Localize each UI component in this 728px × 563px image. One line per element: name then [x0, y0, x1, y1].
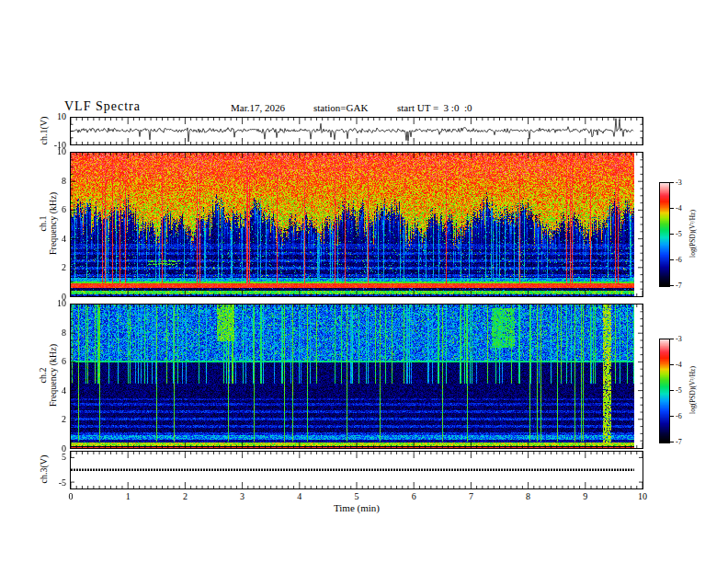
colorbar-tick-label: -6 — [676, 256, 682, 264]
ch2-colorbar — [659, 339, 670, 443]
colorbar-tick — [670, 339, 674, 339]
xtick-label: 6 — [403, 491, 425, 502]
ytick-label: 8 — [35, 176, 66, 187]
colorbar-tick-label: -3 — [676, 178, 682, 187]
vlf-spectra-figure: VLF Spectra Mar.17, 2026 station=GAK sta… — [0, 0, 728, 563]
colorbar-tick-label: -4 — [676, 361, 682, 369]
ytick-label: 10 — [35, 146, 66, 157]
ytick-label: 2 — [35, 414, 66, 425]
ch2-frequency-label: Frequency (kHz) — [48, 344, 58, 407]
colorbar-tick — [670, 442, 674, 442]
xtick-label: 8 — [518, 491, 540, 502]
ch1-frequency-label: Frequency (kHz) — [48, 192, 58, 255]
colorbar-tick — [670, 285, 674, 286]
colorbar-tick-label: -5 — [676, 230, 682, 238]
ch2-label: ch.2 — [38, 344, 48, 407]
ch2-colorbar-label: log(PSD)(V²/Hz) — [688, 366, 697, 414]
station-label: station=GAK — [313, 102, 368, 113]
ch1-colorbar — [659, 182, 670, 287]
colorbar-tick — [670, 208, 674, 209]
ch2-spectrogram-panel — [70, 304, 643, 449]
ytick-label: 2 — [35, 262, 66, 273]
start-ut-label: start UT = 3 :0 :0 — [397, 102, 472, 113]
ch1-colorbar-label: log(PSD)(V²/Hz) — [688, 210, 697, 258]
colorbar-tick-label: -5 — [676, 386, 682, 395]
ch3-waveform-panel — [70, 451, 643, 489]
xtick-label: 1 — [117, 491, 139, 502]
colorbar-tick — [670, 364, 674, 365]
ch3-waveform-ticks — [71, 452, 643, 488]
ytick-label: 6 — [35, 356, 66, 367]
colorbar-tick-label: -3 — [676, 335, 682, 343]
xtick-label: 3 — [232, 491, 254, 502]
xtick-label: 4 — [289, 491, 311, 502]
ch2-spectrogram-ylabel: ch.2 Frequency (kHz) — [38, 344, 58, 407]
colorbar-tick-label: -6 — [676, 412, 682, 420]
xtick-label: 7 — [460, 491, 482, 502]
ytick-label: -5 — [35, 477, 66, 488]
xtick-label: 5 — [346, 491, 368, 502]
colorbar-tick-label: -7 — [676, 438, 682, 446]
ch2-colorbar-gradient — [660, 339, 669, 442]
ch1-waveform-ticks — [71, 118, 643, 144]
colorbar-tick-label: -4 — [676, 204, 682, 213]
ch1-spectrogram-ticks — [71, 153, 643, 296]
colorbar-tick — [670, 182, 674, 183]
colorbar-tick — [670, 390, 674, 391]
date-label: Mar.17, 2026 — [231, 102, 285, 113]
colorbar-tick — [670, 259, 674, 260]
ytick-label: 6 — [35, 204, 66, 215]
ch1-colorbar-gradient — [660, 183, 669, 286]
ytick-label: 8 — [35, 327, 66, 339]
xtick-label: 10 — [631, 491, 654, 502]
ytick-label: 10 — [35, 111, 66, 122]
ytick-label: 10 — [35, 298, 66, 309]
ch1-waveform-panel — [70, 117, 643, 145]
colorbar-tick — [670, 416, 674, 417]
xtick-label: 0 — [60, 491, 82, 502]
time-axis-label: Time (min) — [311, 502, 403, 513]
page-title: VLF Spectra — [64, 99, 141, 114]
xtick-label: 9 — [574, 491, 597, 502]
xtick-label: 2 — [174, 491, 196, 502]
ch2-spectrogram-ticks — [71, 304, 643, 448]
ytick-label: 4 — [35, 385, 66, 396]
ytick-label: 4 — [35, 234, 66, 245]
ch1-spectrogram-panel — [70, 152, 643, 297]
ch1-spectrogram-ylabel: ch.1 Frequency (kHz) — [38, 192, 58, 255]
ch1-label: ch.1 — [38, 192, 48, 255]
colorbar-tick-label: -7 — [676, 282, 682, 290]
ytick-label: 5 — [35, 452, 66, 463]
colorbar-tick — [670, 234, 674, 235]
